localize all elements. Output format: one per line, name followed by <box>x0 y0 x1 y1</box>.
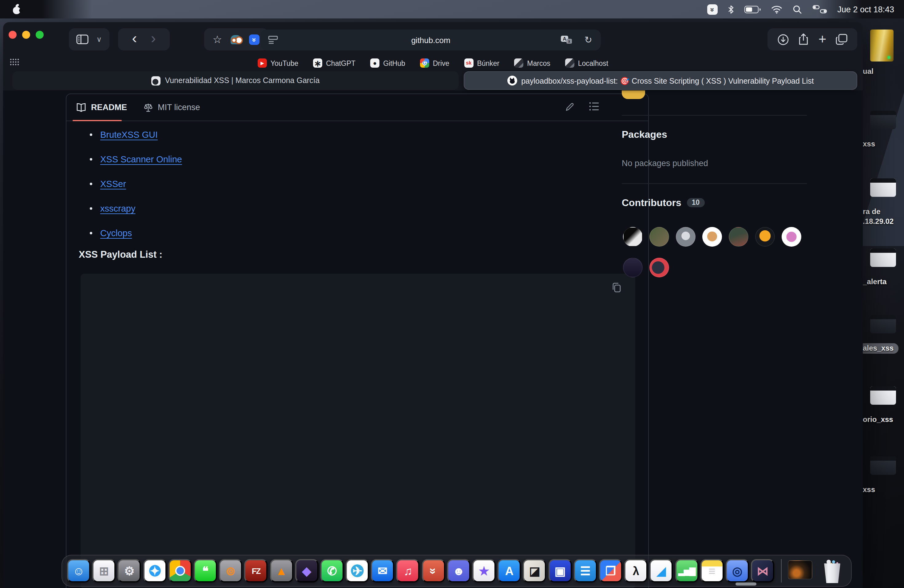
chrome-icon[interactable] <box>169 559 192 582</box>
close-window-button[interactable] <box>9 31 17 39</box>
readme-link[interactable]: BruteXSS GUI <box>100 130 158 140</box>
whatsapp-icon[interactable]: ✆ <box>321 559 344 582</box>
search-icon[interactable] <box>792 5 801 14</box>
battery-icon[interactable] <box>744 5 760 13</box>
finder-icon[interactable]: ☺ <box>67 559 90 582</box>
translate-icon[interactable]: Ax̄ <box>560 35 572 45</box>
filezilla-icon[interactable]: FZ <box>245 559 268 582</box>
avatar-1[interactable] <box>623 227 643 247</box>
desktop-drive-ual[interactable]: ual <box>863 30 904 76</box>
bookmark-favicon: ● <box>370 58 379 68</box>
bookmark-youtube[interactable]: ▶ YouTube <box>258 58 298 68</box>
avatar-5[interactable] <box>729 227 748 247</box>
cursor-icon[interactable]: ◪ <box>523 559 547 582</box>
tab-xss-payload-list[interactable]: payloadbox/xss-payload-list: 🎯 Cross Sit… <box>464 71 857 90</box>
vscode-icon[interactable]: ◢ <box>650 559 673 582</box>
obsidian-icon[interactable]: ◆ <box>295 559 318 582</box>
tab-vulnerabilidad-xss[interactable]: Vunerabilidad XSS | Marcos Carmona Garcí… <box>12 71 459 90</box>
zoom-window-button[interactable] <box>36 31 44 39</box>
bookmark-github[interactable]: ● GitHub <box>370 58 405 68</box>
new-tab-icon[interactable]: + <box>819 32 827 47</box>
desktop-file-icon[interactable] <box>870 386 896 405</box>
avatar-2[interactable] <box>650 227 669 247</box>
address-bar[interactable]: github.com Ax̄ ↻ <box>261 30 601 51</box>
imovie-icon[interactable]: ★ <box>472 559 496 582</box>
tab-readme[interactable]: README <box>76 103 127 112</box>
launchpad-icon[interactable]: ⊞ <box>92 559 115 582</box>
apple-menu-icon[interactable] <box>12 4 22 14</box>
tab-overview-icon[interactable] <box>836 34 848 45</box>
safari-icon[interactable]: ✦ <box>143 559 166 582</box>
system-settings-icon[interactable]: ⚙ <box>118 559 141 582</box>
sidebar-toggle-button[interactable] <box>77 35 89 44</box>
control-center-icon[interactable] <box>812 5 827 14</box>
copy-icon[interactable] <box>611 282 622 293</box>
desktop-capture-file[interactable]: ra de .18.29.02 <box>863 179 904 226</box>
bluetooth-icon[interactable] <box>728 5 733 14</box>
desktop-file-icon[interactable] <box>870 179 896 197</box>
screen: ual xss ra de .18.29.02 _alerta ales_xss… <box>0 0 904 588</box>
things-extension-icon[interactable]: » <box>250 34 260 44</box>
desktop-file-orio-xss[interactable]: orio_xss <box>863 386 904 424</box>
readme-link[interactable]: Cyclops <box>100 228 132 238</box>
ollama-icon[interactable]: λ <box>624 559 648 582</box>
desktop-file-icon[interactable] <box>870 456 896 475</box>
back-button[interactable]: ‹ <box>132 31 137 48</box>
favorites-star-icon[interactable]: ☆ <box>212 33 222 46</box>
share-icon[interactable] <box>798 33 809 46</box>
minimize-window-button[interactable] <box>22 31 30 39</box>
butterfly-app-icon[interactable]: ⋈ <box>751 559 774 582</box>
menu-bar-clock[interactable]: Jue 2 oct 18:43 <box>837 5 894 14</box>
downloads-icon[interactable] <box>777 33 789 45</box>
desktop-file-icon[interactable] <box>870 111 896 129</box>
pdf-expert-icon[interactable]: ❒ <box>599 559 622 582</box>
readme-link[interactable]: xsscrapy <box>100 204 135 213</box>
telegram-icon[interactable]: ✈ <box>346 559 369 582</box>
things-status-icon[interactable]: » <box>707 4 718 14</box>
tab-mit-license[interactable]: MIT license <box>143 103 200 112</box>
docker-icon[interactable]: ☰ <box>574 559 597 582</box>
desktop-file-xss-1[interactable]: xss <box>863 111 904 149</box>
desktop-file-icon[interactable] <box>870 315 896 334</box>
avatar-7[interactable] <box>782 227 801 247</box>
desktop-file-ales-xss[interactable]: ales_xss <box>863 315 904 353</box>
camera-lens-app-icon[interactable]: ◎ <box>725 559 749 582</box>
discord-icon[interactable]: ☻ <box>447 559 471 582</box>
bookmark-marcos[interactable]: Marcos <box>514 58 550 68</box>
notes-icon[interactable]: ≡ <box>700 559 724 582</box>
forward-button[interactable]: › <box>151 31 156 48</box>
numbers-icon[interactable]: ▂▅▇ <box>675 559 698 582</box>
avatar-8[interactable] <box>623 258 643 277</box>
music-icon[interactable]: ♫ <box>396 559 420 582</box>
outline-list-icon[interactable] <box>588 101 600 111</box>
messages-icon[interactable]: ❝ <box>194 559 217 582</box>
readme-link[interactable]: XSSer <box>100 179 126 189</box>
bookmark-bunker[interactable]: sk Búnker <box>464 58 499 68</box>
url-text[interactable]: github.com <box>261 35 601 44</box>
reload-icon[interactable]: ↻ <box>585 35 592 46</box>
trash-icon[interactable] <box>821 558 844 583</box>
wifi-icon[interactable] <box>771 5 782 13</box>
readme-link[interactable]: XSS Scanner Online <box>100 154 182 164</box>
openvpn-icon[interactable]: ⊚ <box>219 559 242 582</box>
desktop-file-icon[interactable] <box>870 248 896 267</box>
bookmark-localhost[interactable]: Localhost <box>565 58 608 68</box>
avatar-4[interactable] <box>702 227 722 247</box>
desktop-file-icon[interactable] <box>870 30 893 62</box>
avatar-9[interactable] <box>650 258 669 277</box>
app-store-icon[interactable]: A <box>498 559 521 582</box>
bookmark-chatgpt[interactable]: ∗ ChatGPT <box>313 58 356 68</box>
edit-pencil-icon[interactable] <box>564 101 575 112</box>
minimized-window-thumbnail[interactable] <box>788 560 813 579</box>
robot-extension-icon[interactable] <box>230 35 241 44</box>
utm-icon[interactable]: ▣ <box>548 559 572 582</box>
sidebar-chevron-down-icon[interactable]: ∨ <box>96 35 102 44</box>
bookmark-drive[interactable]: G Drive <box>420 58 450 68</box>
mail-icon[interactable]: ✉ <box>371 559 395 582</box>
avatar-6[interactable] <box>755 227 775 247</box>
vlc-icon[interactable]: ▲ <box>270 559 293 582</box>
desktop-file-alerta[interactable]: _alerta <box>863 248 904 287</box>
desktop-file-xss-2[interactable]: xss <box>863 456 904 495</box>
avatar-3[interactable] <box>676 227 695 247</box>
todoist-chevrons-icon[interactable]: » <box>422 559 445 582</box>
